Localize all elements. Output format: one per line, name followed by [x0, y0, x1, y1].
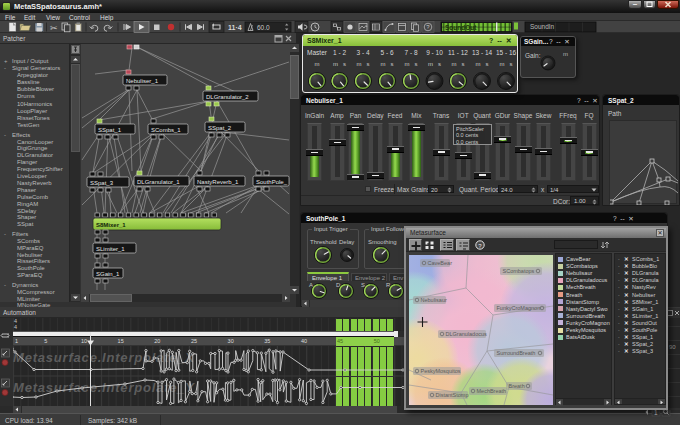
- svg-text:Nebulisaur: Nebulisaur: [421, 297, 447, 303]
- svg-text:m: m: [315, 61, 320, 67]
- svg-text:SurroundBreath: SurroundBreath: [497, 350, 536, 356]
- svg-text:m s: m s: [452, 61, 465, 67]
- svg-text:SGain_1: SGain_1: [96, 271, 120, 277]
- svg-text:SoundIn: SoundIn: [530, 23, 555, 30]
- svg-text:7 - 8: 7 - 8: [404, 49, 417, 56]
- svg-text:60.0: 60.0: [257, 24, 270, 31]
- svg-text:11·4: 11·4: [228, 24, 242, 31]
- svg-text:DLGranulator_1: DLGranulator_1: [137, 179, 180, 185]
- svg-text:15 - 16: 15 - 16: [496, 49, 517, 56]
- svg-text:5 - 6: 5 - 6: [380, 49, 393, 56]
- svg-text:MechBreath: MechBreath: [477, 388, 507, 394]
- svg-text:SCombatops: SCombatops: [503, 268, 535, 274]
- svg-text:SSpat_1: SSpat_1: [98, 127, 122, 133]
- svg-text:1 - 2: 1 - 2: [333, 49, 346, 56]
- svg-text:m s: m s: [381, 61, 394, 67]
- svg-text:9 - 10: 9 - 10: [426, 49, 443, 56]
- svg-text:PeskyMosquitos: PeskyMosquitos: [421, 368, 461, 374]
- svg-text:NastyReverb_1: NastyReverb_1: [197, 179, 239, 185]
- svg-text:Master: Master: [307, 49, 328, 56]
- svg-text:m s: m s: [500, 61, 513, 67]
- svg-text:11 - 12: 11 - 12: [448, 49, 468, 56]
- svg-text:Nebuliser_1: Nebuliser_1: [126, 78, 159, 84]
- svg-text:SLimiter_1: SLimiter_1: [96, 246, 125, 252]
- svg-text:Breath: Breath: [509, 383, 525, 389]
- svg-text:m s: m s: [333, 61, 346, 67]
- svg-text:FunkyCroMagnon: FunkyCroMagnon: [497, 305, 541, 311]
- svg-text:13 - 14: 13 - 14: [472, 49, 493, 56]
- svg-text:DLGranuladocus: DLGranuladocus: [446, 331, 488, 337]
- svg-text:DistantStomp: DistantStomp: [436, 392, 469, 398]
- svg-text:SCombs_1: SCombs_1: [151, 127, 181, 133]
- svg-text:DLGranulator_2: DLGranulator_2: [206, 94, 249, 100]
- svg-text:CaveBear: CaveBear: [428, 260, 453, 266]
- svg-text:m s: m s: [405, 61, 418, 67]
- svg-text:SSpat_3: SSpat_3: [90, 180, 114, 186]
- svg-text:m s: m s: [428, 61, 441, 67]
- svg-text:✂: ✂: [50, 23, 58, 33]
- svg-text:SoundOut: SoundOut: [445, 24, 477, 31]
- svg-text:S8Mixer_1: S8Mixer_1: [96, 222, 126, 228]
- svg-text:SouthPole_: SouthPole_: [256, 179, 288, 185]
- svg-text:m s: m s: [357, 61, 370, 67]
- svg-text:m s: m s: [476, 61, 489, 67]
- svg-text:3 - 4: 3 - 4: [356, 49, 369, 56]
- svg-text:SSpat_2: SSpat_2: [208, 125, 232, 131]
